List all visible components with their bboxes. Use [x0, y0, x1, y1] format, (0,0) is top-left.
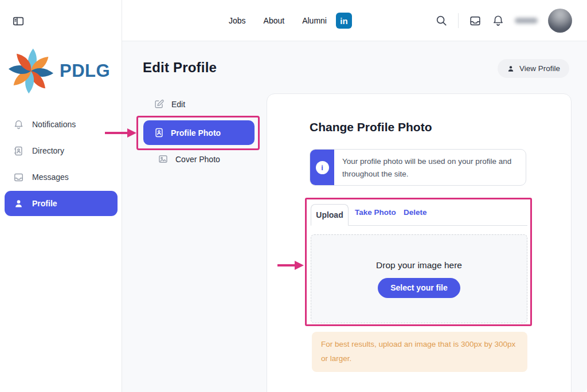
- avatar-photo-blurred: [548, 9, 572, 33]
- info-callout-text: Your profile photo will be used on your …: [334, 150, 526, 185]
- sidebar-item-messages[interactable]: Messages: [0, 164, 122, 190]
- subnav-item-label: Cover Photo: [175, 155, 220, 164]
- select-file-button[interactable]: Select your file: [378, 278, 460, 298]
- subnav-item-label: Edit: [171, 100, 185, 109]
- sidebar-item-label: Profile: [32, 199, 57, 208]
- tab-upload-label: Upload: [316, 210, 343, 219]
- image-dropzone[interactable]: Drop your image here Select your file: [311, 234, 527, 323]
- subnav-item-cover-photo[interactable]: Cover Photo: [158, 154, 220, 164]
- info-callout-strip: i: [310, 150, 334, 185]
- change-profile-photo-card: Change Profile Photo i Your profile phot…: [267, 93, 572, 392]
- info-icon: i: [316, 161, 329, 174]
- sidebar-item-notifications[interactable]: Notifications: [0, 111, 122, 138]
- view-profile-label: View Profile: [519, 64, 560, 73]
- avatar[interactable]: [548, 9, 572, 33]
- sidebar-item-profile[interactable]: Profile: [5, 191, 118, 216]
- inbox-icon[interactable]: [469, 14, 482, 27]
- dropzone-text: Drop your image here: [376, 260, 462, 271]
- view-profile-button[interactable]: View Profile: [498, 59, 569, 78]
- topbar-links: Jobs About Alumni: [229, 0, 327, 41]
- linkedin-icon[interactable]: in: [336, 13, 352, 29]
- nav-link-alumni[interactable]: Alumni: [302, 16, 327, 25]
- tab-upload[interactable]: Upload: [311, 204, 349, 226]
- pdlg-pinwheel-icon: [6, 47, 56, 95]
- sidebar: PDLG Notifications: [0, 0, 122, 392]
- nav-link-about[interactable]: About: [264, 16, 285, 25]
- tab-take-photo[interactable]: Take Photo: [355, 208, 396, 217]
- nav-link-jobs[interactable]: Jobs: [229, 16, 246, 25]
- subnav-item-profile-photo[interactable]: Profile Photo: [143, 120, 255, 145]
- blurred-username: [515, 18, 538, 23]
- inbox-icon: [13, 172, 24, 183]
- sidebar-item-directory[interactable]: Directory: [0, 138, 122, 164]
- subnav-item-edit[interactable]: Edit: [154, 99, 185, 109]
- sidebar-nav: Notifications Directory: [0, 111, 122, 217]
- bell-icon[interactable]: [492, 14, 504, 27]
- edit-pencil-icon: [154, 99, 165, 109]
- app-root: PDLG Notifications: [0, 0, 587, 392]
- topbar-right-cluster: [435, 0, 572, 41]
- contact-card-icon: [154, 127, 165, 138]
- subnav-item-label: Profile Photo: [171, 128, 221, 138]
- pdlg-logo: PDLG: [6, 47, 110, 95]
- topbar: Jobs About Alumni in: [122, 0, 587, 41]
- contact-card-icon: [13, 146, 24, 156]
- card-title: Change Profile Photo: [310, 120, 432, 134]
- image-icon: [158, 154, 169, 164]
- page-title: Edit Profile: [143, 60, 217, 76]
- sidebar-item-label: Directory: [32, 146, 64, 155]
- person-icon: [507, 65, 515, 73]
- bell-icon: [13, 119, 24, 130]
- sidebar-toggle-icon[interactable]: [11, 15, 26, 28]
- tab-delete[interactable]: Delete: [404, 208, 427, 217]
- best-results-notice: For best results, upload an image that i…: [312, 332, 527, 372]
- sidebar-item-label: Notifications: [32, 120, 76, 129]
- person-icon: [13, 198, 24, 209]
- logo-text: PDLG: [60, 61, 110, 81]
- topbar-divider: [458, 13, 459, 28]
- linkedin-icon-text: in: [340, 16, 347, 26]
- search-icon[interactable]: [435, 14, 448, 27]
- main-content: Edit Profile View Profile Edit: [122, 41, 587, 392]
- info-callout: i Your profile photo will be used on you…: [310, 149, 526, 186]
- sidebar-item-label: Messages: [32, 173, 69, 182]
